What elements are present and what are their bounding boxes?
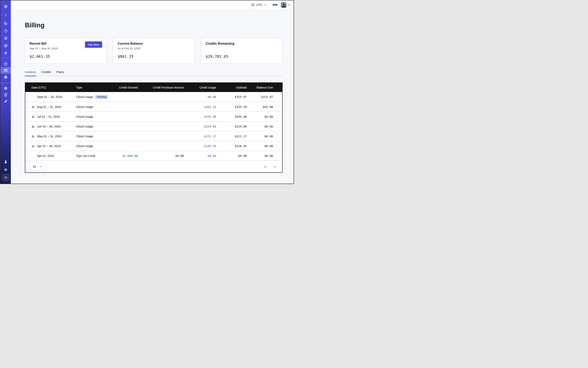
card-subtitle: As of Oct 15, 2025 [118, 47, 190, 50]
billing-page: $ UTC [0, 0, 294, 184]
sidebar-divider [0, 83, 11, 83]
table-row: Jun 01 – 30, 2024 Cloud Usage -$224.68 $… [25, 121, 282, 131]
invoice-date-cell: Aug 01 – 31, 2024 [31, 105, 76, 109]
tab-plans[interactable]: Plans [56, 70, 64, 76]
col-subtotal: Subtotal [216, 86, 247, 89]
balance-due-value: $0.00 [247, 144, 273, 148]
sidebar-item-settings[interactable] [0, 74, 11, 80]
topbar: UTC [11, 0, 294, 9]
credit-usage-value: -$126.45 [184, 144, 216, 148]
sidebar-item-getting-started[interactable] [0, 98, 11, 105]
download-invoice-icon[interactable] [31, 125, 35, 128]
invoice-type: Sign Up Credit [76, 154, 95, 157]
pay-now-button[interactable]: Pay Now [85, 41, 102, 48]
account-menu-button[interactable] [288, 3, 291, 6]
sidebar-collapse-toggle[interactable] [0, 12, 11, 18]
billing-card-icon [4, 68, 8, 73]
col-credit-purchase-amount: Credit Purchase Amount [138, 86, 184, 89]
invoice-type: Cloud Usage [76, 125, 93, 128]
invoice-date-cell: May 01 – 31, 2024 [31, 135, 76, 138]
next-page-button[interactable]: → [273, 164, 276, 169]
sidebar-item-support[interactable] [0, 85, 11, 92]
balance-due-value: $42.88 [247, 105, 273, 109]
invoice-table-body: Sept 01 – 30, 2024 Cloud Usage Pending $… [25, 92, 282, 161]
avatar-photo [281, 2, 286, 8]
invoice-type-cell: Cloud Usage [76, 115, 109, 118]
table-row: Aug 01 – 31, 2024 Cloud Usage -$282.22 $… [25, 102, 282, 111]
download-invoice-icon[interactable] [31, 135, 35, 138]
rocket-icon [4, 99, 8, 103]
recent-bill-amount: $2,061.35 [30, 54, 102, 59]
table-row: Apr 01 – 30, 2024 Cloud Usage -$126.45 $… [25, 141, 282, 151]
invoice-type: Cloud Usage [76, 144, 93, 148]
subtotal-value: $0.00 [216, 154, 247, 157]
invoice-date: Sept 01 – 30, 2024 [37, 95, 62, 99]
table-row: Jul 01 – 31, 2024 Cloud Usage -$245.48 $… [25, 111, 282, 121]
tab-credits[interactable]: Credits [41, 70, 51, 76]
book-sparkle-icon [4, 93, 8, 97]
gauge-icon [4, 62, 8, 66]
table-row: Apr 01, 2024 Sign Up Credit $1,000.00 $0… [25, 151, 282, 161]
credit-usage-value: -$224.68 [184, 125, 216, 128]
pagination: 10 ← → [25, 161, 282, 172]
invoice-type: Cloud Usage [76, 115, 93, 118]
timezone-selector[interactable]: UTC [251, 3, 266, 7]
flask-icon [4, 160, 8, 164]
balance-due-value: $0.00 [247, 154, 273, 157]
iris-scan-icon [4, 21, 8, 25]
user-avatar[interactable] [281, 2, 286, 8]
sidebar-item-docs[interactable] [0, 91, 11, 98]
invoice-type-cell: Cloud Usage Pending [76, 95, 109, 99]
download-invoice-icon[interactable] [31, 105, 35, 109]
credit-purchase-value: $0.00 [138, 154, 184, 157]
table-row: May 01 – 31, 2024 Cloud Usage -$121.17 $… [25, 131, 282, 141]
invoice-date: May 01 – 31, 2024 [37, 135, 62, 138]
sidebar-item-services[interactable] [0, 50, 11, 56]
sidebar-item-labs[interactable] [0, 158, 11, 165]
invoice-type-cell: Cloud Usage [76, 125, 109, 128]
current-balance-amount: $861.35 [118, 54, 190, 59]
tab-invoices[interactable]: Invoices [25, 70, 36, 76]
timezone-label: UTC [256, 3, 262, 7]
sidebar-item-layers[interactable] [0, 35, 11, 41]
card-subtitle [206, 47, 278, 50]
sidebar-item-billing[interactable] [0, 67, 11, 74]
chevron-down-icon [264, 3, 266, 6]
cube-icon [4, 44, 8, 48]
subtotal-value: $224.68 [216, 125, 247, 128]
svg-text:$: $ [5, 176, 6, 179]
recent-bill-card: Recent Bill Sep 01 – Sep 30, 2025 $2,061… [25, 38, 107, 64]
sidebar-item-usage[interactable] [0, 61, 11, 67]
chevron-down-icon [288, 3, 291, 6]
credit-granted-value: $1,000.00 [109, 154, 138, 157]
credits-remaining-amount: $29,782.65 [206, 54, 278, 59]
card-title: Current Balance [118, 42, 190, 46]
invoice-date: Apr 01 – 30, 2024 [37, 144, 61, 148]
sun-icon [4, 168, 8, 172]
theme-toggle[interactable] [0, 166, 11, 173]
reader-mode-button[interactable] [273, 3, 278, 7]
sidebar-logo[interactable] [0, 3, 11, 10]
invoice-type: Cloud Usage [76, 105, 93, 109]
sidebar-divider [0, 58, 11, 58]
col-date: Date (UTC) [31, 86, 76, 89]
sidebar-item-timers[interactable] [0, 28, 11, 34]
page-size-value: 10 [33, 165, 36, 168]
page-size-select[interactable]: 10 [30, 163, 45, 171]
prev-page-button[interactable]: ← [264, 164, 267, 169]
card-title: Credits Remaining [206, 42, 278, 46]
download-invoice-icon[interactable] [31, 144, 35, 148]
credits-badge-frame: $ [2, 174, 9, 181]
subtotal-value: $121.17 [216, 135, 247, 138]
credits-button[interactable]: $ [0, 174, 11, 181]
balance-due-value: $0.00 [247, 115, 273, 118]
sidebar-item-containers[interactable] [0, 42, 11, 49]
subtotal-value: $315.97 [216, 95, 247, 99]
layers-icon [4, 36, 8, 40]
download-invoice-icon[interactable] [31, 115, 35, 118]
sidebar-item-monitoring[interactable] [0, 20, 11, 27]
credit-usage-value: -$121.17 [184, 135, 216, 138]
ship-wheel-icon [4, 86, 8, 90]
credit-usage-value: $0.00 [184, 95, 216, 99]
invoice-type-cell: Cloud Usage [76, 144, 109, 148]
